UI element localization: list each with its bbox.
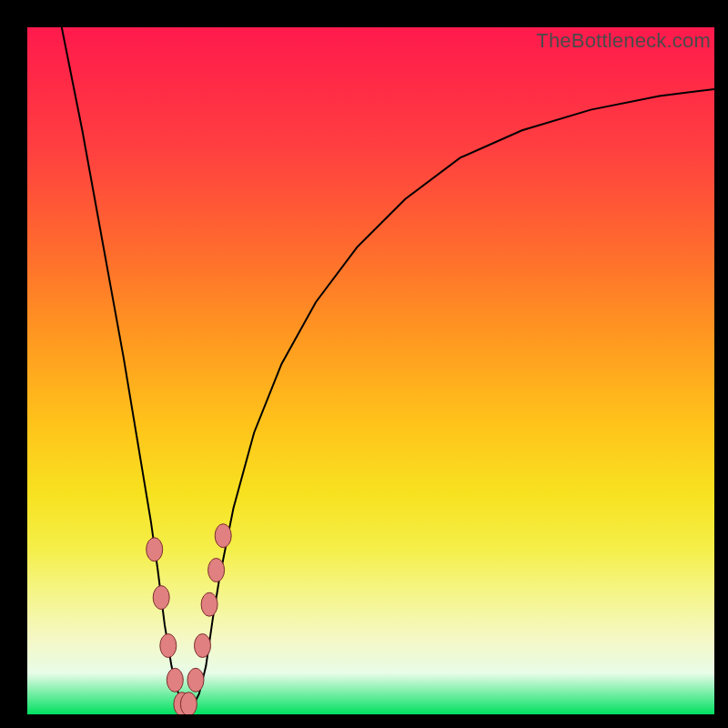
highlighted-point	[160, 634, 177, 658]
highlighted-point	[215, 524, 231, 548]
highlighted-point	[153, 586, 169, 610]
curve-layer	[27, 27, 714, 714]
highlighted-point	[201, 592, 217, 616]
highlighted-point	[208, 559, 225, 582]
highlighted-point	[187, 668, 204, 692]
chart-frame: TheBottleneck.com	[27, 27, 714, 714]
highlighted-point	[147, 538, 163, 561]
highlighted-point	[195, 634, 211, 658]
highlighted-point	[180, 693, 197, 714]
highlighted-point	[167, 668, 183, 692]
highlighted-points-group	[147, 524, 232, 714]
